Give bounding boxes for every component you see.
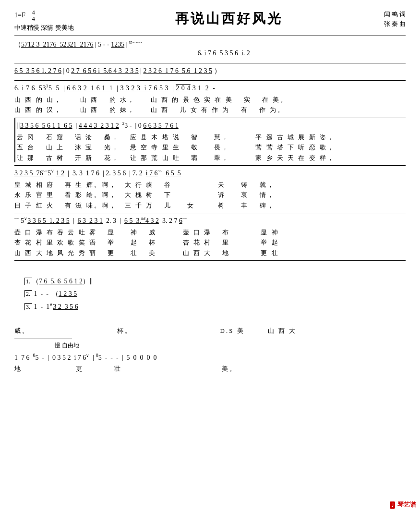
key-tempo-area: 1=F 4 4 中速稍慢 深情 赞美地 — [14, 10, 74, 33]
lyrics-row-4c: 让 那 古 树 开 新 花， 让 那 荒 山 吐 翡 翠， 家 乡 天 天 在 … — [17, 153, 406, 163]
notation-row-8: 1 7 6 05 - | 0 3 5 2 i 7 6∨ | 05 - - - |… — [14, 351, 406, 364]
notation-row-4: ‖3 3 5 6 5 6 1 1 6 5 | 4 4 4 3 2 3 1 2 2… — [17, 120, 406, 133]
score-row-7: 1.（7 6 5. 6 5 6 1 2）‖ 2. 1 - - （1 2 3 5 … — [14, 260, 406, 335]
notation-row-3: 6. i 7 6 5335 5 | 6 6 3 2 1 6 1 1 | 3 3 … — [14, 82, 406, 95]
credits-area: 闰 鸣 词 张 秦 曲 — [384, 10, 406, 28]
lyrics-row-6c: 山 西 大 地 风 光 秀 丽 更 壮 美 山 西 大 地 更 壮 — [14, 248, 406, 258]
score-row-5: 3 2 3 5 76~~5∨ 1 2 | 3. 3 1 7 6 | 2. 3 5… — [14, 165, 406, 210]
logo-icon: ♩ — [390, 501, 395, 509]
key-time-signature: 1=F 4 4 — [14, 10, 74, 22]
score-row-1: （5712 3 2176 52321 2176 | 5 - - 1235 | t… — [14, 36, 406, 60]
notation-row-6: ~~ 5∨3 3 6 5 1. 2 3 5 | 6 3 2 3 1 2. 3 |… — [14, 215, 406, 228]
title-area: 再说山西好风光 — [74, 10, 384, 28]
lyrics-row-5b: 永 乐 宫 里 看 彩 绘。啊， 大 槐 树 下 诉 衷 情， — [14, 190, 406, 200]
key-label: 1=F — [14, 12, 25, 19]
lyrics-row-4b: 五 台 山 上 沐 宝 光， 悬 空 寺 里 生 敬 畏， 莺 莺 塔 下 听 … — [17, 143, 406, 152]
score-row-3: 6. i 7 6 5335 5 | 6 6 3 2 1 6 1 1 | 3 3 … — [14, 80, 406, 115]
score-row-4: ‖3 3 5 6 5 6 1 1 6 5 | 4 4 4 3 2 3 1 2 2… — [14, 118, 406, 162]
watermark-text: 琴艺谱 — [397, 501, 416, 508]
lyrics-row-7a: 威。 杯。 D.S 美 山 西 大 — [14, 326, 406, 336]
notation-row-5: 3 2 3 5 76~~5∨ 1 2 | 3. 3 1 7 6 | 2. 3 5… — [14, 167, 406, 180]
lyrics-row-8: 地 更 壮 美。 — [14, 364, 406, 374]
lyricist-credit: 闰 鸣 词 — [384, 10, 406, 19]
notation-row-1b: 6. i 7 6 5 3 5 6 i. 2 — [14, 47, 406, 60]
time-denominator: 4 — [32, 16, 35, 22]
score-header: 1=F 4 4 中速稍慢 深情 赞美地 再说山西好风光 闰 鸣 词 张 秦 曲 — [14, 10, 406, 33]
lyrics-row-5c: 日 子 红 火 有 滋 味。啊， 三 千 万 儿 女 树 丰 碑， — [14, 201, 406, 210]
score-row-6: ~~ 5∨3 3 6 5 1. 2 3 5 | 6 3 2 3 1 2. 3 |… — [14, 213, 406, 257]
lyrics-row-3b: 山 西 的 汉， 山 西 的 妹， 山 西 儿 女 有 作 为 有 作 为。 — [14, 105, 406, 115]
notation-row-7: 1.（7 6 5. 6 5 6 1 2）‖ 2. 1 - - （1 2 3 5 … — [14, 262, 406, 326]
coda-tempo: 慢 自由地 — [14, 342, 406, 350]
song-title: 再说山西好风光 — [74, 10, 384, 28]
lyrics-row-3a: 山 西 的 山， 山 西 的 水， 山 西 的 景 色 实 在 美 实 在 美。 — [14, 95, 406, 105]
score-row-2: 6 5 3 5 6 1. 2 7 6 | 0 2 7 6 5 6 i 5.6 4… — [14, 63, 406, 78]
score-page: 1=F 4 4 中速稍慢 深情 赞美地 再说山西好风光 闰 鸣 词 张 秦 曲 … — [14, 10, 406, 373]
composer-credit: 张 秦 曲 — [384, 19, 406, 29]
score-row-8: 慢 自由地 1 7 6 05 - | 0 3 5 2 i 7 6∨ | 05 -… — [14, 340, 406, 374]
lyrics-row-6a: 壶 口 瀑 布 吞 云 吐 雾 显 神 威 壶 口 瀑 布 显 神 — [14, 228, 406, 237]
watermark-logo: ♩ 琴艺谱 — [390, 501, 416, 509]
lyrics-row-6b: 杏 花 村 里 欢 歌 笑 语 举 起 杯 杏 花 村 里 举 起 — [14, 238, 406, 247]
time-signature: 4 4 — [32, 10, 35, 22]
tempo-marking: 中速稍慢 深情 赞美地 — [14, 23, 74, 33]
lyrics-row-4a: 云 冈 石 窟 话 沧 桑， 应 县 木 塔 说 智 慧， 平 遥 古 城 展 … — [17, 133, 406, 142]
coda-separator — [14, 339, 72, 339]
lyrics-row-5a: 皇 城 相 府 再 生 辉。啊， 太 行 峡 谷 天 铸 就， — [14, 180, 406, 190]
notation-row-2: 6 5 3 5 6 1. 2 7 6 | 0 2 7 6 5 6 i 5.6 4… — [14, 65, 406, 78]
